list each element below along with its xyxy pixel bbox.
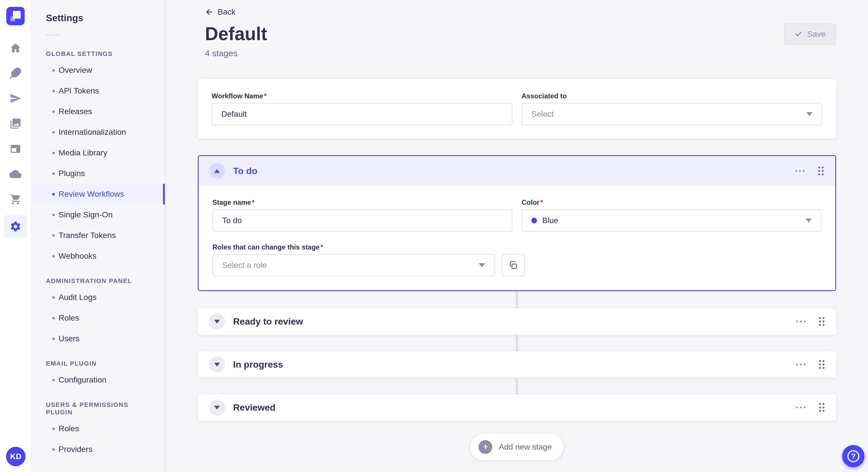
roles-label: Roles that can change this stage* bbox=[212, 243, 495, 251]
feather-icon[interactable] bbox=[4, 64, 27, 82]
more-horizontal-icon bbox=[796, 406, 806, 409]
home-icon[interactable] bbox=[4, 38, 27, 57]
chevron-down-icon bbox=[479, 263, 485, 267]
sidebar-item-api-tokens[interactable]: API Tokens bbox=[32, 80, 165, 101]
chevron-down-icon bbox=[214, 320, 220, 324]
save-label: Save bbox=[807, 30, 826, 39]
associated-to-field: Associated to Select bbox=[522, 92, 823, 125]
workflow-name-field: Workflow Name* Default bbox=[212, 92, 513, 125]
sidebar-item-releases[interactable]: Releases bbox=[32, 101, 165, 122]
layout-icon[interactable] bbox=[4, 139, 27, 158]
workflow-name-input[interactable]: Default bbox=[212, 103, 513, 125]
cloud-icon[interactable] bbox=[4, 165, 27, 183]
copy-icon bbox=[508, 260, 518, 270]
add-new-stage-button[interactable]: + Add new stage bbox=[470, 434, 563, 460]
sidebar-item-webhooks[interactable]: Webhooks bbox=[32, 246, 165, 266]
section-label-email-plugin: EMAIL PLUGIN bbox=[46, 360, 151, 367]
color-value: Blue bbox=[542, 216, 558, 225]
roles-select[interactable]: Select a role bbox=[212, 254, 495, 276]
color-select[interactable]: Blue bbox=[522, 209, 822, 232]
stage-connector bbox=[516, 378, 518, 394]
sidebar-item-configuration[interactable]: Configuration bbox=[32, 370, 165, 390]
duplicate-roles-button[interactable] bbox=[502, 254, 525, 276]
expand-toggle[interactable] bbox=[209, 313, 225, 330]
section-label-users-permissions-plugin: USERS & PERMISSIONS PLUGIN bbox=[46, 401, 151, 416]
color-swatch bbox=[531, 217, 537, 224]
settings-subnav: Settings GLOBAL SETTINGS Overview API To… bbox=[32, 0, 165, 472]
stage-card-reviewed[interactable]: Reviewed bbox=[198, 394, 836, 421]
back-link[interactable]: Back bbox=[205, 7, 236, 16]
stage-header-to-do[interactable]: To do bbox=[198, 156, 835, 186]
stage-title: To do bbox=[233, 166, 257, 176]
strapi-logo[interactable] bbox=[6, 7, 25, 25]
save-button[interactable]: Save bbox=[784, 24, 836, 45]
stage-connector bbox=[516, 335, 518, 351]
stage-name-field: Stage name* To do bbox=[212, 198, 513, 232]
more-horizontal-icon bbox=[796, 320, 806, 323]
stage-list: To do Stage name* To do bbox=[198, 155, 836, 460]
stage-options-button[interactable] bbox=[794, 404, 808, 411]
stage-options-button[interactable] bbox=[794, 361, 808, 368]
color-label: Color* bbox=[522, 198, 822, 206]
divider bbox=[46, 34, 60, 35]
plus-icon: + bbox=[478, 440, 492, 454]
send-icon[interactable] bbox=[4, 89, 27, 108]
sidebar-item-overview[interactable]: Overview bbox=[32, 60, 165, 80]
workflow-meta-card: Workflow Name* Default Associated to Sel… bbox=[198, 79, 836, 138]
workflow-name-label: Workflow Name* bbox=[212, 92, 513, 100]
expand-toggle[interactable] bbox=[209, 357, 225, 372]
stage-options-button[interactable] bbox=[793, 167, 807, 175]
sidebar-item-internationalization[interactable]: Internationalization bbox=[32, 122, 165, 142]
more-horizontal-icon bbox=[795, 169, 805, 172]
drag-handle[interactable] bbox=[816, 314, 828, 329]
stage-name-label: Stage name* bbox=[212, 198, 513, 206]
pictures-icon[interactable] bbox=[4, 114, 27, 133]
required-asterisk: * bbox=[252, 198, 255, 206]
drag-dots-icon bbox=[817, 166, 825, 176]
sidebar-item-transfer-tokens[interactable]: Transfer Tokens bbox=[32, 225, 165, 246]
sidebar-item-up-roles[interactable]: Roles bbox=[32, 418, 165, 439]
subnav-title: Settings bbox=[46, 12, 165, 24]
chevron-down-icon bbox=[214, 406, 220, 409]
section-label-global-settings: GLOBAL SETTINGS bbox=[46, 50, 151, 58]
roles-field: Roles that can change this stage* Select… bbox=[212, 243, 495, 276]
required-asterisk: * bbox=[320, 243, 323, 251]
page-title: Default bbox=[205, 23, 836, 44]
associated-to-label: Associated to bbox=[522, 92, 823, 100]
sidebar-item-review-workflows[interactable]: Review Workflows bbox=[32, 184, 165, 204]
sidebar-item-admin-roles[interactable]: Roles bbox=[32, 308, 165, 328]
stage-title: In progress bbox=[233, 359, 283, 370]
stage-card-ready-to-review[interactable]: Ready to review bbox=[198, 308, 836, 335]
sidebar-item-single-sign-on[interactable]: Single Sign-On bbox=[32, 204, 165, 225]
more-horizontal-icon bbox=[796, 363, 806, 366]
chevron-up-icon bbox=[214, 169, 220, 173]
associated-to-placeholder: Select bbox=[531, 109, 554, 119]
help-button[interactable]: ? bbox=[842, 445, 865, 467]
sidebar-item-audit-logs[interactable]: Audit Logs bbox=[32, 287, 165, 308]
drag-handle[interactable] bbox=[816, 357, 828, 372]
stage-title: Reviewed bbox=[233, 402, 276, 413]
expand-toggle[interactable] bbox=[209, 400, 225, 415]
sidebar-item-plugins[interactable]: Plugins bbox=[32, 163, 165, 184]
cart-icon[interactable] bbox=[4, 190, 27, 209]
arrow-left-icon bbox=[205, 8, 214, 16]
associated-to-select[interactable]: Select bbox=[522, 103, 823, 125]
sidebar-item-providers[interactable]: Providers bbox=[32, 439, 165, 460]
color-field: Color* Blue bbox=[522, 198, 822, 232]
sidebar-item-media-library[interactable]: Media Library bbox=[32, 142, 165, 163]
required-asterisk: * bbox=[540, 198, 543, 206]
gear-icon[interactable] bbox=[4, 215, 27, 238]
stage-name-input[interactable]: To do bbox=[212, 209, 513, 232]
avatar[interactable]: KD bbox=[6, 447, 26, 466]
drag-handle[interactable] bbox=[816, 400, 828, 415]
main-content: Save Back Default 4 stages Workflow Name… bbox=[166, 0, 868, 472]
required-asterisk: * bbox=[264, 92, 267, 100]
stage-card-in-progress[interactable]: In progress bbox=[198, 351, 836, 378]
stage-title: Ready to review bbox=[233, 316, 303, 327]
drag-handle[interactable] bbox=[815, 164, 827, 178]
question-mark-icon: ? bbox=[847, 450, 859, 462]
stage-options-button[interactable] bbox=[794, 318, 808, 325]
collapse-toggle[interactable] bbox=[209, 163, 225, 179]
sidebar-item-users[interactable]: Users bbox=[32, 328, 165, 349]
add-stage-label: Add new stage bbox=[499, 442, 552, 452]
